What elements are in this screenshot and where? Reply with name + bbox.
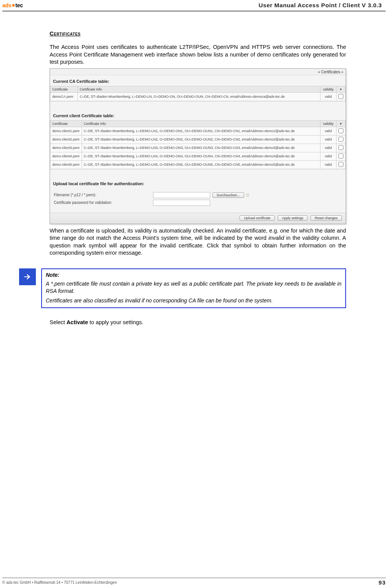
upload-certificate-button[interactable]: Upload certificate — [240, 215, 275, 221]
arrow-right-icon — [19, 268, 36, 285]
cert-name: demoCA.pem — [50, 92, 78, 101]
upload-filename-row: Filename (*.p12 / *.pem): Durchsuchen...… — [54, 192, 342, 198]
note-block: Note: A *.pem certificate file must cont… — [19, 268, 346, 308]
logo-part-a: ads — [2, 2, 11, 8]
cert-name: demo-client4.pem — [50, 152, 82, 160]
apply-settings-button[interactable]: Apply settings — [278, 215, 308, 221]
reset-changes-button[interactable]: Reset changes — [311, 215, 342, 221]
note-title: Note: — [46, 271, 341, 279]
cert-validity: valid — [320, 160, 336, 169]
table-row: demo-client2.pem C=DE, ST=Baden-Wuerttem… — [50, 135, 346, 144]
activate-paragraph: Select Activate to apply your settings. — [50, 319, 346, 326]
col-validity: validity — [320, 120, 336, 127]
client-cert-table: Certificate Certificate Info validity ▾ … — [50, 120, 346, 169]
col-cert-info: Certificate Info — [78, 86, 320, 92]
cert-checkbox[interactable] — [336, 160, 346, 169]
cert-info: C=DE, ST=Baden-Wuerttemberg, L=DEMO-LN, … — [78, 92, 320, 101]
page-footer: © ads-tec GmbH • Raiffeisenstr.14 • 7077… — [2, 578, 386, 586]
cert-checkbox[interactable] — [336, 152, 346, 160]
footer-copyright: © ads-tec GmbH • Raiffeisenstr.14 • 7077… — [2, 580, 117, 585]
table-row: demo-client3.pem C=DE, ST=Baden-Wuerttem… — [50, 144, 346, 152]
note-box: Note: A *.pem certificate file must cont… — [41, 268, 346, 308]
upload-password-label: Certificate password for validation: — [54, 200, 153, 205]
logo: ads tec — [2, 2, 23, 8]
cert-validity: valid — [320, 92, 336, 101]
col-certificate: Certificate — [50, 120, 82, 127]
cert-validity: valid — [320, 152, 336, 160]
cert-validity: valid — [320, 127, 336, 135]
cert-validity: valid — [320, 135, 336, 144]
upload-area: Filename (*.p12 / *.pem): Durchsuchen...… — [50, 188, 346, 213]
ca-table-heading: Current CA Certificate table: — [50, 75, 346, 86]
spacer — [50, 169, 346, 178]
para3-activate: Activate — [66, 319, 88, 325]
table-row: demoCA.pem C=DE, ST=Baden-Wuerttemberg, … — [50, 92, 346, 101]
breadcrumb: » Certificates » — [50, 69, 346, 75]
cert-checkbox[interactable] — [336, 144, 346, 152]
col-cert-info: Certificate Info — [82, 120, 320, 127]
manual-title: User Manual Access Point / Client V 3.0.… — [23, 2, 386, 9]
page-number: 93 — [378, 579, 386, 586]
page-header: ads tec User Manual Access Point / Clien… — [0, 0, 388, 11]
col-certificate: Certificate — [50, 86, 78, 92]
help-icon[interactable]: ⍰ — [246, 193, 249, 197]
upload-password-input[interactable] — [153, 200, 210, 206]
cert-info: C=DE, ST=Baden-Wuerttemberg, L=DEMO-LN1,… — [82, 127, 320, 135]
validity-paragraph: When a certificate is uploaded, its vali… — [50, 227, 346, 257]
cert-checkbox[interactable] — [336, 127, 346, 135]
action-button-row: Upload certificate Apply settings Reset … — [50, 213, 346, 224]
upload-filename-label: Filename (*.p12 / *.pem): — [54, 193, 153, 197]
upload-password-row: Certificate password for validation: — [54, 200, 342, 206]
cert-mgmt-screenshot: » Certificates » Current CA Certificate … — [50, 68, 346, 224]
para3a: Select — [50, 319, 66, 325]
cert-name: demo-client3.pem — [50, 144, 82, 152]
cert-validity: valid — [320, 144, 336, 152]
upload-heading: Upload local certificate file for authen… — [50, 178, 346, 188]
table-row: demo-client1.pem C=DE, ST=Baden-Wuerttem… — [50, 127, 346, 135]
note-line1: A *.pem certificate file must contain a … — [46, 280, 341, 295]
client-table-heading: Current client Certificate table: — [50, 110, 346, 120]
col-validity: validity — [320, 86, 336, 92]
note-line2: Certificates are also classified as inva… — [46, 297, 341, 304]
cert-info: C=DE, ST=Baden-Wuerttemberg, L=DEMO-LN3,… — [82, 144, 320, 152]
cert-checkbox[interactable] — [336, 92, 346, 101]
browse-button[interactable]: Durchsuchen... — [213, 192, 244, 198]
cert-name: demo-client1.pem — [50, 127, 82, 135]
spacer — [50, 101, 346, 110]
col-select-icon: ▾ — [336, 120, 346, 127]
page-content: Certificates The Access Point uses certi… — [0, 11, 388, 326]
cert-name: demo-client2.pem — [50, 135, 82, 144]
cert-checkbox[interactable] — [336, 135, 346, 144]
para2-invalid: invalid — [269, 235, 284, 241]
intro-paragraph: The Access Point uses certificates to au… — [50, 44, 346, 66]
logo-dot-icon — [12, 4, 14, 6]
table-header-row: Certificate Certificate Info validity ▾ — [50, 120, 346, 127]
section-heading: Certificates — [50, 31, 346, 37]
cert-info: C=DE, ST=Baden-Wuerttemberg, L=DEMO-LN4,… — [82, 152, 320, 160]
cert-name: demo-client5.pem — [50, 160, 82, 169]
table-header-row: Certificate Certificate Info validity ▾ — [50, 86, 346, 92]
col-select-icon: ▾ — [336, 86, 346, 92]
logo-part-b: tec — [15, 2, 23, 8]
upload-filename-input[interactable] — [153, 192, 210, 198]
table-row: demo-client5.pem C=DE, ST=Baden-Wuerttem… — [50, 160, 346, 169]
para3b: to apply your settings. — [88, 319, 143, 325]
cert-info: C=DE, ST=Baden-Wuerttemberg, L=DEMO-LN2,… — [82, 135, 320, 144]
table-row: demo-client4.pem C=DE, ST=Baden-Wuerttem… — [50, 152, 346, 160]
ca-cert-table: Certificate Certificate Info validity ▾ … — [50, 86, 346, 101]
cert-info: C=DE, ST=Baden-Wuerttemberg, L=DEMO-LN5,… — [82, 160, 320, 169]
